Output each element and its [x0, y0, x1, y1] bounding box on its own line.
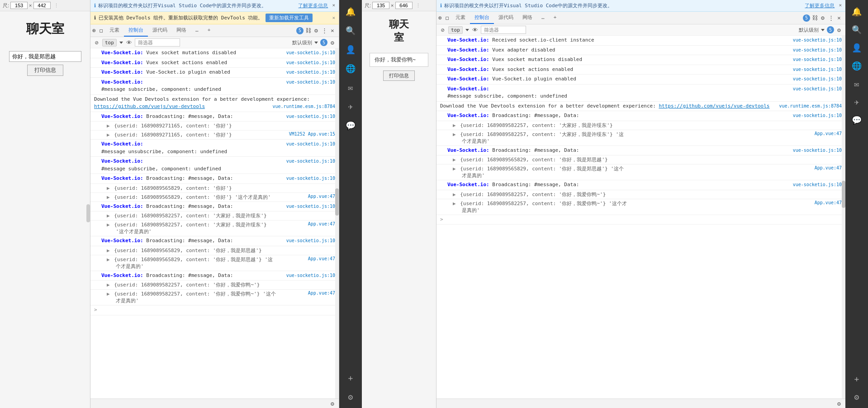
tab-elements-right[interactable]: 元素 — [451, 12, 470, 24]
expand-arrow[interactable]: ▶ — [107, 123, 110, 129]
sub-link[interactable]: App.vue:47 — [308, 221, 335, 226]
left-scrollbar-thumb[interactable] — [335, 188, 339, 216]
right-sidebar-globe[interactable]: 🌐 — [848, 56, 866, 75]
more-icon[interactable]: ⋮ — [54, 3, 59, 9]
right-print-button[interactable]: 打印信息 — [383, 70, 415, 81]
sidebar-user-icon[interactable]: 👤 — [342, 40, 360, 58]
print-button[interactable]: 打印信息 — [27, 65, 63, 76]
tab-add-left[interactable]: + — [203, 25, 215, 36]
entry-link[interactable]: vue-socketio.js:10 — [286, 237, 335, 244]
entry-link[interactable]: vue-socketio.js:10 — [793, 56, 842, 63]
right-prohibit-icon[interactable]: ⊘ — [439, 26, 446, 33]
right-sidebar-add[interactable]: + — [848, 370, 866, 388]
console-settings-left[interactable]: ⚙ — [329, 39, 336, 46]
tab-source-left[interactable]: 源代码 — [148, 24, 172, 37]
sidebar-chat-icon[interactable]: 💬 — [342, 116, 360, 134]
reload-button[interactable]: 重新加载开发工具 — [266, 14, 313, 22]
tab-console-right[interactable]: 控制台 — [470, 12, 494, 24]
right-close-notification[interactable]: × — [839, 2, 842, 8]
sidebar-bottom-settings[interactable]: ⚙ — [342, 388, 360, 406]
entry-link[interactable]: vue-socketio.js:10 — [286, 175, 335, 182]
settings-icon-left[interactable]: ⚙ — [313, 27, 320, 34]
sub-link[interactable]: App.vue:47 — [815, 165, 842, 170]
sidebar-bell-icon[interactable]: 🔔 — [342, 2, 360, 20]
right-more-icon[interactable]: ⋮ — [416, 3, 421, 9]
tab-source-right[interactable]: 源代码 — [494, 12, 518, 24]
entry-link[interactable]: vue-socketio.js:10 — [286, 49, 335, 56]
entry-link[interactable]: vue-socketio.js:10 — [793, 75, 842, 82]
menu-icon-right[interactable]: ⋮ — [827, 14, 835, 22]
filter-input-left[interactable] — [135, 38, 180, 47]
width-input[interactable]: 153 — [10, 2, 28, 9]
close-devtools-right[interactable]: × — [835, 14, 843, 22]
right-eye-icon[interactable]: 👁 — [472, 26, 479, 33]
entry-link[interactable]: vue-socketio.js:10 — [286, 69, 335, 75]
sidebar-add-icon[interactable]: + — [342, 369, 360, 387]
learn-more-link-1[interactable]: 了解更多信息 — [298, 2, 328, 9]
bottom-settings-left[interactable]: ⚙ — [329, 400, 336, 407]
sub-link[interactable]: App.vue:47 — [308, 256, 335, 261]
cursor-icon[interactable]: ⊕ — [90, 27, 98, 34]
expand-arrow[interactable]: ▶ — [453, 166, 456, 172]
tab-add-right[interactable]: + — [549, 12, 561, 23]
expand-arrow[interactable]: ▶ — [107, 257, 110, 263]
devtools-link-right[interactable]: vue.runtime.esm.js:8784 — [273, 103, 335, 110]
tab-network-right[interactable]: 网络 — [518, 12, 537, 24]
sub-link[interactable]: VM1252 App.vue:15 — [289, 131, 335, 136]
expand-arrow[interactable]: ▶ — [107, 248, 110, 253]
expand-arrow[interactable]: ▶ — [107, 213, 110, 219]
link-icon-right[interactable]: ⛓ — [811, 14, 818, 22]
sidebar-globe-icon[interactable]: 🌐 — [342, 59, 360, 77]
right-height-input[interactable]: 646 — [395, 2, 413, 9]
close-notification-1[interactable]: × — [332, 2, 335, 8]
expand-arrow[interactable]: ▶ — [453, 201, 456, 206]
entry-link[interactable]: vue-socketio.js:10 — [286, 158, 335, 164]
tab-more-right[interactable]: … — [537, 12, 549, 23]
entry-link[interactable]: vue-socketio.js:10 — [793, 181, 842, 188]
filter-input-right[interactable] — [481, 26, 526, 34]
right-inspect-icon[interactable]: ◻ — [444, 14, 451, 22]
eye-icon[interactable]: 👁 — [126, 39, 133, 46]
right-width-input[interactable]: 135 — [372, 2, 389, 9]
right-learn-more[interactable]: 了解更多信息 — [805, 2, 835, 9]
devtools-link-source[interactable]: vue.runtime.esm.js:8784 — [779, 103, 842, 109]
chat-input[interactable]: 你好，我是郑思越 — [9, 51, 81, 62]
expand-arrow[interactable]: ▶ — [453, 192, 456, 197]
expand-arrow[interactable]: ▶ — [107, 132, 110, 138]
sidebar-mail-icon[interactable]: ✉ — [342, 78, 360, 96]
entry-link[interactable]: vue-socketio.js:10 — [286, 79, 335, 85]
devtools-link[interactable]: https://github.com/vuejs/vue-devtools — [94, 103, 205, 109]
devtools-link-right[interactable]: https://github.com/vuejs/vue-devtools — [659, 103, 769, 109]
right-sidebar-user[interactable]: 👤 — [848, 38, 866, 56]
close-devtools-left[interactable]: × — [329, 27, 336, 34]
tab-elements-left[interactable]: 元素 — [105, 24, 124, 37]
entry-link[interactable]: vue-socketio.js:10 — [286, 113, 335, 120]
console-more-arrow[interactable]: > — [90, 305, 339, 315]
right-sidebar-chat[interactable]: 💬 — [848, 111, 866, 129]
right-sidebar-plane[interactable]: ✈ — [848, 93, 866, 111]
entry-link[interactable]: vue-socketio.js:10 — [793, 147, 842, 154]
entry-link[interactable]: vue-socketio.js:10 — [286, 59, 335, 66]
expand-arrow[interactable]: ▶ — [107, 282, 110, 288]
right-cursor-icon[interactable]: ⊕ — [436, 14, 444, 22]
expand-arrow[interactable]: ▶ — [107, 291, 110, 297]
right-sidebar-search[interactable]: 🔍 — [848, 20, 866, 38]
link-icon-left[interactable]: ⛓ — [304, 27, 312, 34]
right-sidebar-bell[interactable]: 🔔 — [848, 2, 866, 20]
entry-link[interactable]: vue-socketio.js:10 — [286, 203, 335, 210]
right-expand-more[interactable]: > — [436, 215, 845, 225]
left-scrollbar[interactable] — [86, 204, 90, 222]
prohibit-icon[interactable]: ⊘ — [93, 39, 100, 46]
tab-network-left[interactable]: 网络 — [172, 24, 191, 37]
sub-link[interactable]: App.vue:47 — [308, 194, 335, 199]
settings-icon-right[interactable]: ⚙ — [819, 14, 826, 22]
sub-link[interactable]: App.vue:47 — [815, 200, 842, 205]
expand-arrow[interactable]: ▶ — [453, 122, 456, 128]
entry-link[interactable]: vue-socketio.js:10 — [793, 85, 842, 92]
expand-arrow[interactable]: ▶ — [453, 157, 456, 163]
close-reload[interactable]: × — [332, 15, 335, 21]
entry-link[interactable]: vue-socketio.js:10 — [793, 112, 842, 119]
sub-link[interactable]: App.vue:47 — [308, 291, 335, 295]
entry-link[interactable]: vue-socketio.js:10 — [793, 37, 842, 43]
sidebar-plane-icon[interactable]: ✈ — [342, 97, 360, 115]
